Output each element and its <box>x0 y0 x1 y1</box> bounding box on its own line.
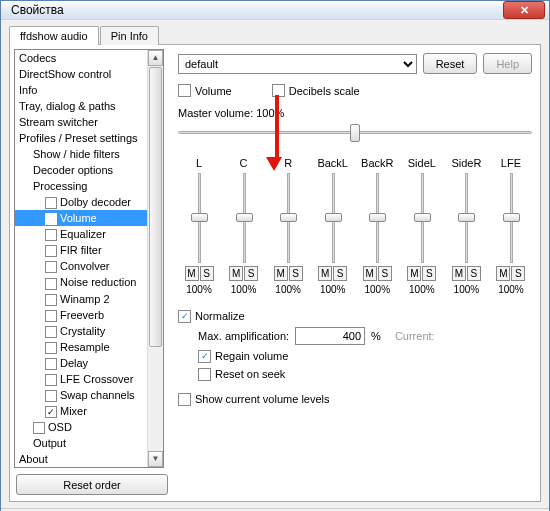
tree-item[interactable]: Dolby decoder <box>15 194 163 210</box>
channel-label: SideR <box>451 157 481 170</box>
tree-checkbox[interactable] <box>45 245 57 257</box>
slider-thumb[interactable] <box>191 213 208 222</box>
max-amplification-input[interactable] <box>295 327 365 345</box>
channel-slider[interactable] <box>190 173 208 263</box>
volume-checkbox[interactable]: Volume <box>178 84 232 97</box>
tree-checkbox[interactable] <box>45 229 57 241</box>
solo-button[interactable]: S <box>467 266 481 281</box>
decibels-checkbox[interactable]: Decibels scale <box>272 84 360 97</box>
slider-thumb[interactable] <box>503 213 520 222</box>
tree-checkbox[interactable] <box>45 197 57 209</box>
slider-thumb[interactable] <box>280 213 297 222</box>
tab-ffdshow-audio[interactable]: ffdshow audio <box>9 26 99 45</box>
mute-button[interactable]: M <box>274 266 288 281</box>
tree-item[interactable]: Resample <box>15 339 163 355</box>
mute-button[interactable]: M <box>407 266 421 281</box>
channel-slider[interactable] <box>279 173 297 263</box>
reset-on-seek-checkbox[interactable]: Reset on seek <box>198 368 532 381</box>
tree-checkbox[interactable] <box>45 278 57 290</box>
settings-tree[interactable]: CodecsDirectShow controlInfoTray, dialog… <box>14 49 164 468</box>
master-volume-slider[interactable] <box>178 121 532 143</box>
normalize-checkbox[interactable]: Normalize <box>178 310 245 323</box>
titlebar[interactable]: Свойства ✕ <box>1 1 549 20</box>
max-amplification-row: Max. amplification: % Current: <box>198 327 532 345</box>
tree-checkbox[interactable] <box>33 422 45 434</box>
tree-item[interactable]: Output <box>15 435 163 451</box>
slider-thumb[interactable] <box>369 213 386 222</box>
solo-button[interactable]: S <box>244 266 258 281</box>
tree-item[interactable]: Swap channels <box>15 387 163 403</box>
tree-item[interactable]: Delay <box>15 355 163 371</box>
tree-item[interactable]: Mixer <box>15 403 163 419</box>
tree-item[interactable]: Crystality <box>15 323 163 339</box>
tree-item[interactable]: Tray, dialog & paths <box>15 98 163 114</box>
preset-select[interactable]: default <box>178 54 417 74</box>
tree-checkbox[interactable] <box>45 374 57 386</box>
master-slider-thumb[interactable] <box>350 124 360 142</box>
show-volume-levels-checkbox[interactable]: Show current volume levels <box>178 393 532 406</box>
solo-button[interactable]: S <box>333 266 347 281</box>
slider-thumb[interactable] <box>414 213 431 222</box>
channel-slider[interactable] <box>457 173 475 263</box>
mute-button[interactable]: M <box>229 266 243 281</box>
tree-item[interactable]: Volume <box>15 210 163 226</box>
tree-item[interactable]: Stream switcher <box>15 114 163 130</box>
solo-button[interactable]: S <box>511 266 525 281</box>
tree-checkbox[interactable] <box>45 406 57 418</box>
slider-thumb[interactable] <box>325 213 342 222</box>
channel-SideR: SideRMS100% <box>447 157 485 295</box>
channel-percent: 100% <box>186 284 212 295</box>
tree-checkbox[interactable] <box>45 390 57 402</box>
slider-thumb[interactable] <box>236 213 253 222</box>
reset-order-button[interactable]: Reset order <box>16 474 168 495</box>
tree-scrollbar[interactable]: ▲ ▼ <box>147 50 163 467</box>
channel-slider[interactable] <box>413 173 431 263</box>
regain-volume-checkbox[interactable]: Regain volume <box>198 350 532 363</box>
mute-button[interactable]: M <box>363 266 377 281</box>
channel-slider[interactable] <box>502 173 520 263</box>
tree-item[interactable]: Freeverb <box>15 307 163 323</box>
tree-checkbox[interactable] <box>45 213 57 225</box>
tree-item[interactable]: Codecs <box>15 50 163 66</box>
solo-button[interactable]: S <box>289 266 303 281</box>
tree-checkbox[interactable] <box>45 342 57 354</box>
mute-button[interactable]: M <box>452 266 466 281</box>
solo-button[interactable]: S <box>200 266 214 281</box>
scroll-down-button[interactable]: ▼ <box>148 451 163 467</box>
mute-button[interactable]: M <box>496 266 510 281</box>
tree-item[interactable]: OSD <box>15 419 163 435</box>
window-title: Свойства <box>11 3 503 17</box>
mute-button[interactable]: M <box>318 266 332 281</box>
scroll-thumb[interactable] <box>149 67 162 347</box>
tree-item[interactable]: Equalizer <box>15 226 163 242</box>
tree-checkbox[interactable] <box>45 358 57 370</box>
mute-button[interactable]: M <box>185 266 199 281</box>
tree-item[interactable]: Info <box>15 82 163 98</box>
tree-checkbox[interactable] <box>45 326 57 338</box>
tree-checkbox[interactable] <box>45 294 57 306</box>
tree-item[interactable]: Noise reduction <box>15 274 163 290</box>
channel-slider[interactable] <box>368 173 386 263</box>
tree-item[interactable]: Profiles / Preset settings <box>15 130 163 146</box>
tree-item[interactable]: Decoder options <box>15 162 163 178</box>
tree-item[interactable]: LFE Crossover <box>15 371 163 387</box>
tree-item[interactable]: Convolver <box>15 258 163 274</box>
channel-slider[interactable] <box>235 173 253 263</box>
tree-item[interactable]: FIR filter <box>15 242 163 258</box>
tree-item[interactable]: Processing <box>15 178 163 194</box>
slider-thumb[interactable] <box>458 213 475 222</box>
tree-item[interactable]: About <box>15 451 163 467</box>
solo-button[interactable]: S <box>378 266 392 281</box>
tree-item[interactable]: Show / hide filters <box>15 146 163 162</box>
solo-button[interactable]: S <box>422 266 436 281</box>
help-button[interactable]: Help <box>483 53 532 74</box>
tree-checkbox[interactable] <box>45 261 57 273</box>
reset-button[interactable]: Reset <box>423 53 478 74</box>
tab-pin-info[interactable]: Pin Info <box>100 26 159 45</box>
channel-slider[interactable] <box>324 173 342 263</box>
close-button[interactable]: ✕ <box>503 1 545 19</box>
tree-item[interactable]: DirectShow control <box>15 66 163 82</box>
tree-item[interactable]: Winamp 2 <box>15 291 163 307</box>
tree-checkbox[interactable] <box>45 310 57 322</box>
scroll-up-button[interactable]: ▲ <box>148 50 163 66</box>
